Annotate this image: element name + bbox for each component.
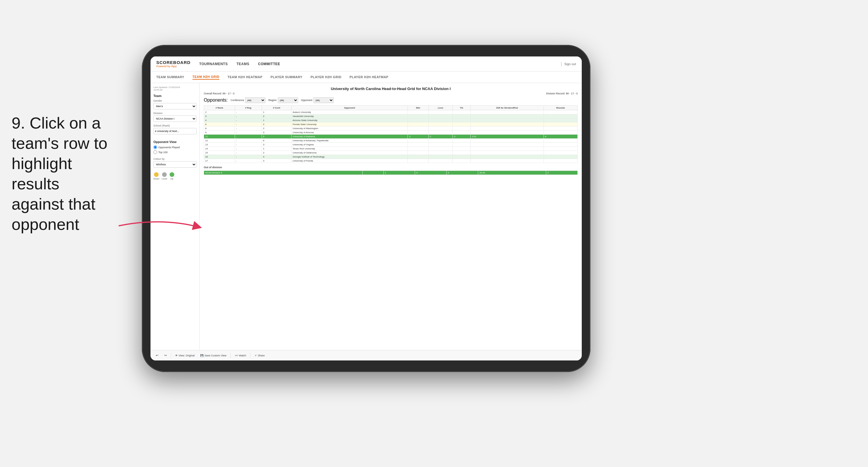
- sign-out-link[interactable]: Sign out: [564, 62, 576, 66]
- opponent-select[interactable]: (All): [313, 97, 334, 103]
- toolbar-divider-3: [250, 353, 250, 358]
- nav-bar: SCOREBOARD Powered by clippi TOURNAMENTS…: [151, 56, 582, 71]
- table-row[interactable]: 2-1Auburn University: [204, 110, 578, 114]
- gender-select[interactable]: Men's: [153, 103, 196, 110]
- table-row[interactable]: 4-1Arizona State University: [204, 118, 578, 122]
- table-row[interactable]: 13-3University of Virginia: [204, 143, 578, 147]
- top100-option[interactable]: Top 100: [153, 150, 196, 154]
- grid-title: University of North Carolina Head-to-Hea…: [204, 87, 578, 91]
- division-select[interactable]: NCAA Division I: [153, 116, 196, 122]
- share-icon: ↗: [254, 354, 257, 357]
- subnav-player-h2h-grid[interactable]: PLAYER H2H GRID: [311, 75, 342, 79]
- instruction-text: 9. Click on a team's row to highlight re…: [11, 113, 116, 235]
- col-reg: # Reg: [235, 106, 261, 110]
- toolbar-divider-2: [230, 353, 231, 358]
- level-label: Level: [161, 177, 167, 180]
- nav-links: TOURNAMENTS TEAMS COMMITTEE: [199, 62, 561, 66]
- logo-main-text: SCOREBOARD: [156, 60, 190, 65]
- school-label: School (Rank): [153, 124, 196, 127]
- division-label: Division: [153, 112, 196, 115]
- left-panel: Last Updated: 27/03/2024 16:55:38 Team G…: [151, 83, 200, 350]
- redo-btn[interactable]: ↪: [162, 353, 168, 358]
- opponents-filter-label: Opponents:: [204, 97, 228, 103]
- table-row[interactable]: 8-2University of Washington: [204, 126, 578, 130]
- nav-committee[interactable]: COMMITTEE: [258, 62, 280, 66]
- opponents-played-option[interactable]: Opponents Played: [153, 145, 196, 149]
- out-of-division-row[interactable]: NCAA Division II 1 0 0 26.00 3: [204, 171, 578, 175]
- redo-icon: ↪: [164, 353, 167, 357]
- tablet-screen: SCOREBOARD Powered by clippi TOURNAMENTS…: [151, 56, 582, 360]
- save-icon: 💾: [200, 354, 204, 357]
- level-dot: [162, 172, 167, 177]
- col-tie: Tie: [453, 106, 471, 110]
- save-custom-btn[interactable]: 💾 Save Custom View: [198, 353, 228, 357]
- table-row[interactable]: 12-6University of Arkansas, Fayetteville: [204, 139, 578, 143]
- region-filter: Region (All): [268, 97, 298, 103]
- legend-down: Down: [153, 172, 159, 180]
- grid-area: University of North Carolina Head-to-Hea…: [200, 83, 582, 350]
- down-dot: [154, 172, 159, 177]
- table-row[interactable]: 11-5University of Alabama3002.618: [204, 135, 578, 139]
- table-row[interactable]: 15-2University of Oklahoma: [204, 151, 578, 155]
- gender-label: Gender: [153, 99, 196, 102]
- nav-tournaments[interactable]: TOURNAMENTS: [199, 62, 228, 66]
- subnav-player-h2h-heatmap[interactable]: PLAYER H2H HEATMAP: [350, 75, 389, 79]
- nav-teams[interactable]: TEAMS: [237, 62, 249, 66]
- watch-icon: 👓: [235, 354, 238, 357]
- app-logo: SCOREBOARD Powered by clippi: [156, 60, 190, 68]
- tablet-device: SCOREBOARD Powered by clippi TOURNAMENTS…: [142, 45, 590, 372]
- col-conf: # Conf: [261, 106, 291, 110]
- col-win: Win: [408, 106, 428, 110]
- watch-btn[interactable]: 👓 Watch: [233, 353, 248, 357]
- col-rank: # Rank: [204, 106, 235, 110]
- team-label: Team: [153, 94, 196, 97]
- table-body: 2-1Auburn University3-2Vanderbilt Univer…: [204, 110, 578, 163]
- table-row[interactable]: 6-2Florida State University: [204, 122, 578, 126]
- subnav-team-summary[interactable]: TEAM SUMMARY: [156, 75, 184, 79]
- school-input[interactable]: [153, 128, 196, 134]
- instruction-area: 9. Click on a team's row to highlight re…: [11, 113, 116, 235]
- undo-icon: ↩: [156, 353, 158, 357]
- out-of-division-table: NCAA Division II 1 0 0 26.00 3: [204, 171, 578, 175]
- logo-sub-text: Powered by clippi: [156, 65, 190, 68]
- legend-level: Level: [161, 172, 167, 180]
- region-select[interactable]: (All): [278, 97, 298, 103]
- colour-by-label: Colour by: [153, 157, 196, 160]
- nav-divider: |: [561, 61, 562, 66]
- table-row[interactable]: 16-4Georgia Institute of Technology: [204, 155, 578, 159]
- timestamp: Last Updated: 27/03/2024 16:55:38: [153, 86, 196, 91]
- conference-filter: Conference (All): [231, 97, 266, 103]
- colour-section: Colour by Win/loss Down Level: [153, 157, 196, 180]
- undo-btn[interactable]: ↩: [154, 353, 160, 358]
- legend-up: Up: [169, 172, 174, 180]
- subnav-player-summary[interactable]: PLAYER SUMMARY: [271, 75, 303, 79]
- colour-by-select[interactable]: Win/loss: [153, 161, 196, 168]
- view-original-btn[interactable]: 👁 View: Original: [174, 353, 196, 357]
- opponent-view-section: Opponent View Opponents Played Top 100: [153, 140, 196, 154]
- toolbar-divider-1: [171, 353, 171, 358]
- toolbar: ↩ ↪ 👁 View: Original 💾 Save Custom View …: [151, 350, 582, 360]
- ood-win: 1: [383, 171, 415, 175]
- ood-division: NCAA Division II: [204, 171, 363, 175]
- share-btn[interactable]: ↗ Share: [253, 353, 266, 357]
- table-row[interactable]: 3-2Vanderbilt University: [204, 114, 578, 118]
- view-icon: 👁: [175, 354, 178, 357]
- ood-rounds: 3: [546, 171, 578, 175]
- main-content: Last Updated: 27/03/2024 16:55:38 Team G…: [151, 83, 582, 350]
- table-header-row: # Rank # Reg # Conf Opponent Win Loss Ti…: [204, 106, 578, 110]
- subnav-team-h2h-heatmap[interactable]: TEAM H2H HEATMAP: [227, 75, 262, 79]
- opponent-view-label: Opponent View: [153, 140, 196, 144]
- opponent-filter: Opponent (All): [301, 97, 334, 103]
- h2h-table: # Rank # Reg # Conf Opponent Win Loss Ti…: [204, 106, 578, 163]
- col-diff: Diff Av Strokes/Rnd: [471, 106, 544, 110]
- table-row[interactable]: 9-3University of Arizona: [204, 130, 578, 135]
- table-row[interactable]: 17-3University of Florida: [204, 159, 578, 163]
- out-of-division-label: Out of division: [204, 166, 578, 169]
- subnav-team-h2h-grid[interactable]: TEAM H2H GRID: [192, 75, 219, 80]
- ood-diff: 26.00: [478, 171, 546, 175]
- conference-select[interactable]: (All): [245, 97, 266, 103]
- ood-spacer: [362, 171, 383, 175]
- up-label: Up: [170, 177, 173, 180]
- table-row[interactable]: 14-1Texas Tech University: [204, 147, 578, 151]
- ood-tie: 0: [446, 171, 478, 175]
